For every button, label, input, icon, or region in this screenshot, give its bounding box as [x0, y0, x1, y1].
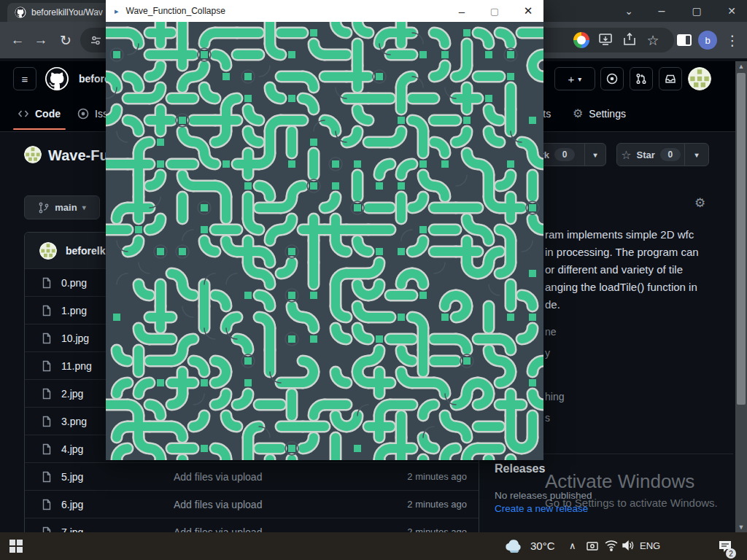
create-new-button[interactable]: + ▾ — [554, 67, 595, 90]
file-name[interactable]: 6.jpg — [61, 499, 149, 510]
about-line: anging the loadTile() function in — [545, 279, 699, 296]
repo-title[interactable]: Wave-Fu — [48, 147, 109, 164]
reload-icon[interactable]: ↻ — [57, 32, 74, 49]
about-line: in processing. The program can — [545, 244, 699, 261]
commit-author-avatar — [39, 242, 57, 260]
site-info-icon[interactable] — [90, 35, 101, 46]
file-icon — [41, 305, 53, 316]
commit-message[interactable]: Add files via upload — [174, 499, 262, 510]
plus-icon: + — [568, 73, 575, 85]
commit-time: 2 minutes ago — [407, 499, 467, 510]
inbox-icon-button[interactable] — [659, 67, 682, 90]
github-favicon — [15, 7, 26, 18]
file-row[interactable]: 6.jpg Add files via upload 2 minutes ago — [25, 491, 479, 518]
app-icon: ▸ — [115, 7, 119, 16]
activity-link[interactable]: y — [545, 347, 550, 359]
pull-request-icon — [635, 73, 647, 85]
about-description: ram implements simple 2D wfc in processi… — [545, 226, 699, 314]
recorder-tray-icon[interactable] — [586, 540, 599, 556]
wfc-app-window[interactable]: ▸ Wave_Function_Collapse – ▢ ✕ — [106, 0, 543, 460]
file-name[interactable]: 5.jpg — [61, 471, 149, 483]
browser-avatar[interactable]: b — [698, 31, 717, 50]
star-label: Star — [637, 149, 655, 160]
share-icon[interactable] — [622, 31, 638, 50]
create-release-link[interactable]: Create a new release — [495, 503, 588, 514]
window-close-button[interactable]: ✕ — [516, 0, 540, 22]
tab-search-chevron-icon[interactable]: ⌄ — [619, 3, 639, 19]
hamburger-menu-button[interactable]: ≡ — [13, 67, 36, 90]
fork-count: 0 — [554, 148, 575, 161]
file-icon — [41, 277, 53, 289]
language-indicator[interactable]: ENG — [640, 540, 660, 551]
file-icon — [41, 388, 53, 400]
bookmark-star-icon[interactable]: ☆ — [645, 32, 661, 49]
window-maximize-button[interactable]: ▢ — [483, 0, 506, 22]
releases-empty-text: No releases published — [495, 490, 592, 501]
star-count: 0 — [660, 148, 681, 161]
browser-minimize-button[interactable]: – — [651, 3, 672, 19]
file-icon — [41, 332, 53, 344]
file-icon — [41, 443, 53, 455]
commit-time: 2 minutes ago — [407, 471, 467, 482]
github-logo[interactable] — [45, 67, 69, 90]
scroll-down-icon[interactable]: ▼ — [735, 522, 747, 532]
about-line: ram implements simple 2D wfc — [545, 226, 699, 244]
back-icon[interactable]: ← — [9, 32, 26, 48]
about-line: de. — [545, 296, 699, 314]
notification-center-button[interactable]: 2 — [718, 540, 732, 556]
taskbar — [0, 532, 747, 560]
scroll-up-icon[interactable]: ▲ — [735, 61, 747, 71]
tab-settings-label: Settings — [589, 108, 626, 120]
about-gear-icon[interactable]: ⚙ — [694, 195, 705, 211]
tab-settings[interactable]: ⚙ Settings — [573, 96, 626, 131]
browser-restore-button[interactable]: ▢ — [686, 3, 707, 19]
browser-close-button[interactable]: ✕ — [721, 3, 742, 19]
pull-requests-icon-button[interactable] — [630, 67, 653, 90]
tray-chevron-icon[interactable]: ∧ — [569, 540, 576, 551]
window-minimize-button[interactable]: – — [450, 0, 473, 22]
weather-cloud-icon[interactable] — [503, 538, 525, 556]
forks-link[interactable]: s — [545, 412, 550, 424]
settings-gear-icon: ⚙ — [573, 106, 583, 120]
forward-icon[interactable]: → — [32, 32, 50, 48]
caret-down-icon: ▾ — [694, 151, 698, 159]
branch-selector[interactable]: main ▾ — [24, 195, 100, 219]
tab-code[interactable]: Code — [18, 96, 61, 131]
browser-menu-icon[interactable]: ⋮ — [727, 32, 738, 49]
issue-dot-icon — [606, 73, 618, 85]
start-button[interactable] — [9, 540, 23, 553]
about-line: or different and variety of tile — [545, 261, 699, 279]
google-profile-icon[interactable] — [573, 32, 589, 48]
wifi-icon[interactable] — [605, 540, 618, 554]
file-row[interactable]: 5.jpg Add files via upload 2 minutes ago — [25, 463, 479, 491]
repo-avatar — [24, 146, 42, 163]
star-dropdown-button[interactable]: ▾ — [684, 143, 709, 166]
caret-down-icon: ▾ — [578, 75, 581, 83]
tab-code-label: Code — [35, 108, 61, 120]
readme-link[interactable]: ne — [545, 326, 557, 338]
star-icon: ☆ — [621, 148, 631, 162]
releases-heading[interactable]: Releases — [495, 462, 545, 475]
volume-icon[interactable] — [622, 540, 635, 554]
wfc-titlebar[interactable]: ▸ Wave_Function_Collapse – ▢ ✕ — [106, 0, 543, 22]
install-icon[interactable] — [597, 31, 614, 51]
branch-icon — [38, 202, 50, 214]
scrollbar-thumb[interactable] — [737, 73, 746, 405]
caret-down-icon: ▾ — [593, 151, 597, 159]
star-button[interactable]: ☆ Star 0 — [616, 143, 685, 166]
fork-dropdown-button[interactable]: ▾ — [584, 143, 606, 166]
commit-message[interactable]: Add files via upload — [174, 471, 262, 483]
active-tab-underline — [13, 128, 66, 130]
side-panel-icon[interactable] — [677, 34, 692, 46]
weather-temp[interactable]: 30°C — [530, 540, 555, 552]
file-icon — [41, 360, 53, 372]
notification-badge: 2 — [726, 548, 736, 559]
window-title: Wave_Function_Collapse — [126, 6, 225, 16]
wfc-pattern-canvas — [106, 22, 543, 460]
issues-icon-button[interactable] — [600, 67, 624, 90]
file-icon — [41, 471, 53, 483]
caret-down-icon: ▾ — [82, 203, 86, 211]
user-avatar[interactable] — [688, 67, 711, 90]
tab-title: beforelkillYou/Wav — [31, 7, 103, 18]
watching-link[interactable]: hing — [545, 391, 564, 402]
